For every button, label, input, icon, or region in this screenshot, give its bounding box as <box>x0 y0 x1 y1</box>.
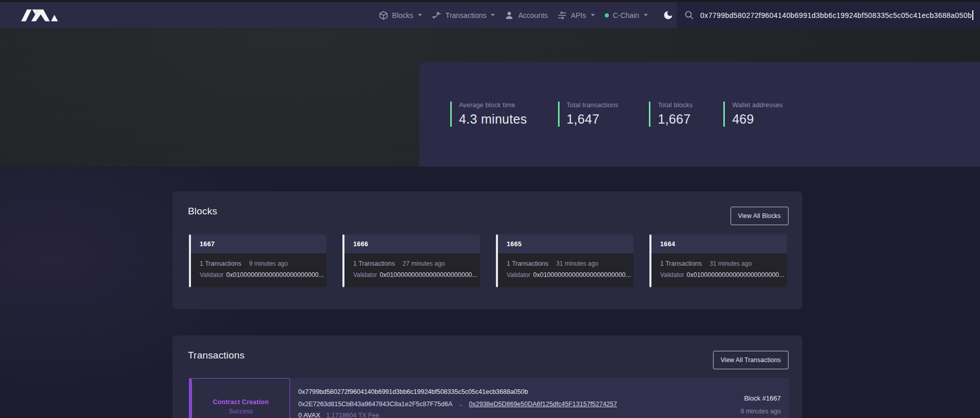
transaction-age: 9 minutes ago <box>697 408 781 415</box>
chevron-down-icon <box>491 14 495 16</box>
stat-label: Wallet addresses <box>732 102 783 109</box>
arrow-right-icon: → <box>457 401 464 408</box>
transaction-meta: Block #1667 9 minutes ago <box>697 378 789 418</box>
transaction-value: 0 AVAX <box>298 411 320 418</box>
search-icon <box>684 10 694 20</box>
text-caret <box>972 10 973 20</box>
stat-label: Total transactions <box>567 102 619 109</box>
block-number[interactable]: 1667 <box>191 234 326 253</box>
top-strip <box>0 0 980 2</box>
chevron-down-icon <box>644 14 648 16</box>
nav-label: C-Chain <box>613 11 639 19</box>
transactions-card-header: Transactions View All Transactions <box>172 335 802 369</box>
view-all-transactions-button[interactable]: View All Transactions <box>713 351 789 369</box>
transaction-status-box: Contract Creation Success <box>191 378 290 418</box>
nav-label: Transactions <box>446 11 487 19</box>
nav-label: APIs <box>571 11 586 19</box>
stat-value: 1,647 <box>567 112 619 127</box>
validator-address: 0x010000000000000000000000... <box>533 271 630 278</box>
transaction-hash[interactable]: 0x7799bd580272f9604140b6991d3bb6c19924bf… <box>298 388 697 395</box>
nav-menu: Blocks Transactions Accounts APIs C-Chai… <box>379 10 677 21</box>
block-tx-count: 1 Transactions <box>507 260 548 267</box>
block-age: 9 minutes ago <box>249 260 287 267</box>
stats-panel: Average block time 4.3 minutes Total tra… <box>419 62 980 167</box>
view-all-blocks-button[interactable]: View All Blocks <box>731 207 789 225</box>
search-value: 0x7799bd580272f9604140b6991d3bb6c19924bf… <box>700 11 972 19</box>
person-icon <box>505 11 514 20</box>
transactions-section-card: Transactions View All Transactions Contr… <box>172 335 802 418</box>
dark-mode-toggle-moon-icon[interactable] <box>663 10 674 21</box>
nav-item-accounts[interactable]: Accounts <box>505 11 548 20</box>
transaction-type: Contract Creation <box>213 399 269 406</box>
validator-label: Validator <box>660 271 684 278</box>
block-age: 27 minutes ago <box>402 260 445 267</box>
blocks-title: Blocks <box>188 206 217 217</box>
block-tx-count: 1 Transactions <box>353 260 395 267</box>
validator-label: Validator <box>507 271 530 278</box>
stat-label: Average block time <box>459 102 527 109</box>
validator-label: Validator <box>353 271 377 278</box>
stat-value: 1,667 <box>658 112 693 127</box>
chevron-down-icon <box>418 14 422 16</box>
top-nav: Blocks Transactions Accounts APIs C-Chai… <box>0 2 980 28</box>
chain-status-dot <box>605 13 609 17</box>
block-number[interactable]: 1666 <box>344 234 480 253</box>
nav-item-transactions[interactable]: Transactions <box>432 10 495 20</box>
nav-label: Accounts <box>518 11 548 19</box>
avalanche-logo[interactable] <box>21 8 60 23</box>
api-icon <box>558 11 567 20</box>
stat-wallet-addresses: Wallet addresses 469 <box>723 102 783 127</box>
main-content: Blocks View All Blocks 1667 1 Transactio… <box>0 167 980 418</box>
validator-address: 0x010000000000000000000000... <box>226 271 323 278</box>
transaction-fee: 1.1718604 TX Fee <box>326 412 379 418</box>
blocks-card-header: Blocks View All Blocks <box>172 191 802 225</box>
transaction-block-link[interactable]: Block #1667 <box>697 394 781 402</box>
transaction-details: 0x7799bd580272f9604140b6991d3bb6c19924bf… <box>290 378 697 418</box>
block-tx-count: 1 Transactions <box>660 260 702 267</box>
stat-total-blocks: Total blocks 1,667 <box>649 102 693 127</box>
block-age: 31 minutes ago <box>709 260 752 267</box>
chevron-down-icon <box>591 14 595 16</box>
transfer-icon <box>432 10 441 20</box>
validator-address: 0x010000000000000000000000... <box>686 271 784 278</box>
transaction-row[interactable]: Contract Creation Success 0x7799bd580272… <box>189 378 789 418</box>
stat-average-block-time: Average block time 4.3 minutes <box>450 102 527 127</box>
block-cards-row: 1667 1 Transactions9 minutes ago Validat… <box>189 234 787 287</box>
validator-label: Validator <box>200 271 223 278</box>
transactions-title: Transactions <box>188 350 244 361</box>
stat-label: Total blocks <box>658 102 693 109</box>
nav-item-c-chain[interactable]: C-Chain <box>605 11 648 19</box>
cube-icon <box>379 11 388 20</box>
transaction-status: Success <box>228 408 253 415</box>
block-card[interactable]: 1664 1 Transactions31 minutes ago Valida… <box>649 234 787 287</box>
nav-item-apis[interactable]: APIs <box>558 11 595 20</box>
block-tx-count: 1 Transactions <box>200 260 241 267</box>
stat-value: 469 <box>732 112 783 127</box>
validator-address: 0x010000000000000000000000... <box>379 271 477 278</box>
block-card[interactable]: 1666 1 Transactions27 minutes ago Valida… <box>342 234 480 287</box>
stat-total-transactions: Total transactions 1,647 <box>558 102 619 127</box>
block-card[interactable]: 1665 1 Transactions31 minutes ago Valida… <box>496 234 633 287</box>
block-age: 31 minutes ago <box>556 260 598 267</box>
stats-row: Average block time 4.3 minutes Total tra… <box>450 102 783 127</box>
blocks-section-card: Blocks View All Blocks 1667 1 Transactio… <box>172 191 802 309</box>
hero-section: Average block time 4.3 minutes Total tra… <box>0 28 980 167</box>
nav-item-blocks[interactable]: Blocks <box>379 11 422 20</box>
block-card[interactable]: 1667 1 Transactions9 minutes ago Validat… <box>189 234 326 287</box>
nav-label: Blocks <box>392 11 413 19</box>
to-address-link[interactable]: 0x2938eD5D869e50DA6f125dfc45F13157f52742… <box>469 401 617 408</box>
from-address[interactable]: 0x2E7263d815CbB43a9647843C8a1e2F5c87F75d… <box>298 401 452 408</box>
block-number[interactable]: 1665 <box>498 234 633 253</box>
search-input[interactable]: 0x7799bd580272f9604140b6991d3bb6c19924bf… <box>677 2 980 28</box>
stat-value: 4.3 minutes <box>459 112 527 127</box>
block-number[interactable]: 1664 <box>651 234 787 253</box>
